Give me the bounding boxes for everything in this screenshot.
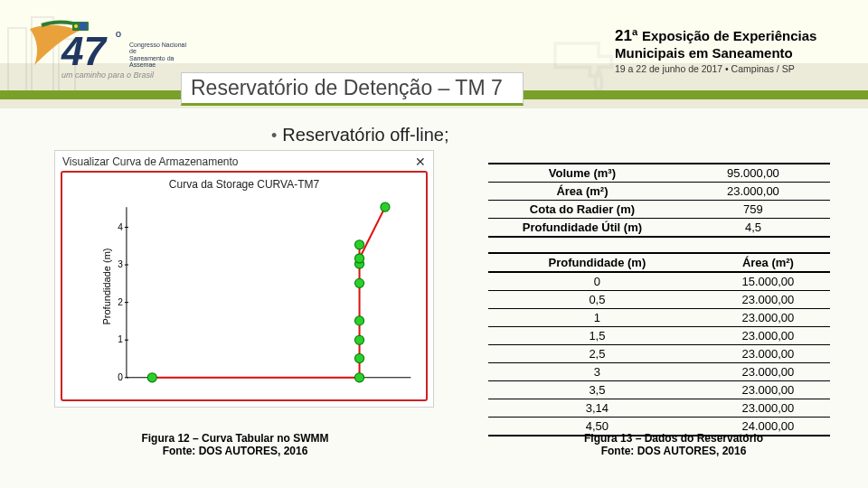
svg-point-19 xyxy=(354,316,363,325)
event-line1: 21ª Exposição de Experiências xyxy=(615,27,850,45)
caption-left-b: Fonte: DOS AUTORES, 2016 xyxy=(99,445,371,457)
col-depth: Profundidade (m) xyxy=(488,253,706,272)
cell: 3,5 xyxy=(488,381,706,399)
depth-area-table: Profundidade (m) Área (m²) 015.000,000,5… xyxy=(488,252,830,436)
prop-value: 4,5 xyxy=(676,219,830,238)
logo-number: 47 xyxy=(61,29,106,74)
chart-svg: 0 1 2 3 4 xyxy=(104,198,417,390)
chart-title: Curva da Storage CURVA-TM7 xyxy=(62,173,426,191)
chart-plot: 0 1 2 3 4 xyxy=(104,198,417,390)
cell: 0 xyxy=(488,272,706,291)
logo-ordinal: º xyxy=(116,29,121,45)
table-row: Cota do Radier (m)759 xyxy=(488,201,830,219)
event-line3: 19 a 22 de junho de 2017 • Campinas / SP xyxy=(615,63,850,74)
svg-point-1 xyxy=(74,24,78,28)
logo-sub-2: Saneamento da Assemae xyxy=(129,55,174,68)
chart-frame: Curva da Storage CURVA-TM7 Profundidade … xyxy=(61,171,428,401)
caption-right: Figura 13 – Dados do Reservatório Fonte:… xyxy=(538,432,809,457)
bullet-line: •Reservatório off-line; xyxy=(271,125,448,145)
table-row: 3,523.000,00 xyxy=(488,381,830,399)
table-row: 123.000,00 xyxy=(488,309,830,327)
table-row: 015.000,00 xyxy=(488,272,830,291)
svg-text:2: 2 xyxy=(118,297,123,307)
prop-label: Cota do Radier (m) xyxy=(488,201,676,219)
window-title: Visualizar Curva de Armazenamento xyxy=(62,155,239,168)
logo-sub-1: Congresso Nacional de xyxy=(129,42,186,54)
table-row: 323.000,00 xyxy=(488,363,830,381)
svg-text:4: 4 xyxy=(118,222,123,232)
bullet-text: Reservatório off-line; xyxy=(282,125,448,145)
svg-point-18 xyxy=(354,335,363,344)
table-row: Profundidade Útil (m)4,5 xyxy=(488,219,830,238)
cell: 23.000,00 xyxy=(706,345,830,363)
cell: 23.000,00 xyxy=(706,309,830,327)
cell: 23.000,00 xyxy=(706,399,830,418)
caption-right-b: Fonte: DOS AUTORES, 2016 xyxy=(538,445,809,457)
prop-value: 759 xyxy=(676,201,830,219)
table-row: Área (m²)23.000,00 xyxy=(488,183,830,201)
storage-curve-window: Visualizar Curva de Armazenamento ✕ Curv… xyxy=(54,150,434,408)
cell: 15.000,00 xyxy=(706,272,830,291)
event-logo: 21ª Exposição de Experiências Municipais… xyxy=(615,27,850,74)
cell: 3 xyxy=(488,363,706,381)
bullet-dot-icon: • xyxy=(271,127,277,145)
svg-point-17 xyxy=(354,353,363,362)
svg-point-16 xyxy=(354,373,363,382)
table-row: 1,523.000,00 xyxy=(488,327,830,345)
cell: 0,5 xyxy=(488,291,706,309)
prop-value: 95.000,00 xyxy=(676,164,830,183)
prop-label: Área (m²) xyxy=(488,183,676,201)
cell: 23.000,00 xyxy=(706,291,830,309)
cell: 1 xyxy=(488,309,706,327)
svg-point-22 xyxy=(354,240,363,249)
event-line1b: Exposição de Experiências xyxy=(642,28,816,43)
prop-value: 23.000,00 xyxy=(676,183,830,201)
svg-text:0: 0 xyxy=(118,372,123,382)
curve-line xyxy=(152,207,385,378)
cell: 3,14 xyxy=(488,399,706,418)
svg-point-20 xyxy=(354,278,363,287)
svg-text:3: 3 xyxy=(118,259,123,269)
congress-logo: 47 º Congresso Nacional de Saneamento da… xyxy=(25,9,188,90)
caption-left: Figura 12 – Curva Tabular no SWMM Fonte:… xyxy=(99,432,371,457)
cell: 23.000,00 xyxy=(706,381,830,399)
prop-label: Volume (m³) xyxy=(488,164,676,183)
event-line2: Municipais em Saneamento xyxy=(615,45,850,61)
svg-point-15 xyxy=(147,373,156,382)
table-row: 3,1423.000,00 xyxy=(488,399,830,418)
table-row: 2,523.000,00 xyxy=(488,345,830,363)
cell: 23.000,00 xyxy=(706,327,830,345)
cell: 1,5 xyxy=(488,327,706,345)
table-row: 0,523.000,00 xyxy=(488,291,830,309)
table-row: Volume (m³)95.000,00 xyxy=(488,164,830,183)
svg-text:1: 1 xyxy=(118,334,123,344)
data-tables: Volume (m³)95.000,00Área (m²)23.000,00Co… xyxy=(488,163,830,436)
svg-point-23 xyxy=(354,254,363,263)
prop-label: Profundidade Útil (m) xyxy=(488,219,676,238)
caption-right-a: Figura 13 – Dados do Reservatório xyxy=(584,432,763,445)
logo-tagline: um caminho para o Brasil xyxy=(61,70,154,80)
window-header: Visualizar Curva de Armazenamento ✕ xyxy=(55,151,433,171)
caption-left-a: Figura 12 – Curva Tabular no SWMM xyxy=(141,432,328,445)
cell: 23.000,00 xyxy=(706,363,830,381)
slide-title: Reservatório de Detenção – TM 7 xyxy=(181,72,524,106)
close-icon[interactable]: ✕ xyxy=(415,155,426,169)
event-ord: 21ª xyxy=(615,27,642,44)
logo-subtitle: Congresso Nacional de Saneamento da Asse… xyxy=(129,42,188,68)
col-area: Área (m²) xyxy=(706,253,830,272)
properties-table: Volume (m³)95.000,00Área (m²)23.000,00Co… xyxy=(488,163,830,238)
curve-markers xyxy=(147,202,390,382)
cell: 2,5 xyxy=(488,345,706,363)
svg-point-24 xyxy=(381,202,390,211)
